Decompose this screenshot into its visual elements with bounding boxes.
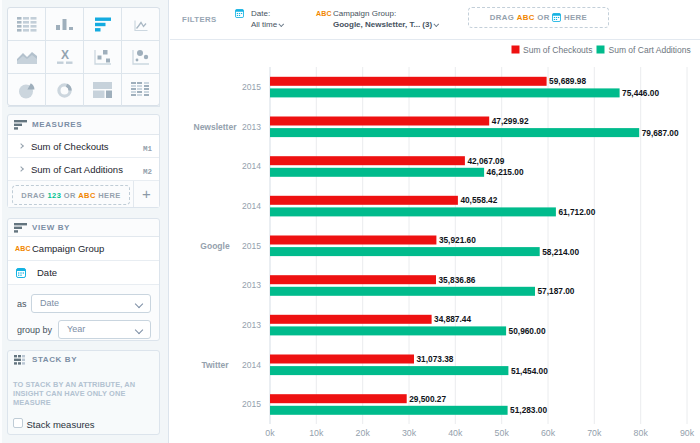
svg-text:Google: Google bbox=[200, 241, 230, 251]
svg-text:50,960.00: 50,960.00 bbox=[509, 326, 546, 336]
svg-text:79,687.00: 79,687.00 bbox=[642, 128, 679, 138]
svg-text:70k: 70k bbox=[587, 428, 602, 438]
svg-text:2014: 2014 bbox=[242, 201, 261, 211]
svg-text:90k: 90k bbox=[680, 428, 695, 438]
svg-text:2015: 2015 bbox=[242, 399, 261, 409]
svg-text:46,215.00: 46,215.00 bbox=[487, 167, 524, 177]
svg-text:30k: 30k bbox=[402, 428, 417, 438]
svg-text:51,454.00: 51,454.00 bbox=[511, 366, 548, 376]
svg-text:80k: 80k bbox=[634, 428, 649, 438]
svg-text:42,067.09: 42,067.09 bbox=[467, 156, 504, 166]
svg-text:59,689.98: 59,689.98 bbox=[549, 76, 586, 86]
svg-text:Sum of Cart Additions: Sum of Cart Additions bbox=[609, 45, 691, 55]
svg-text:2013: 2013 bbox=[242, 280, 261, 290]
svg-text:40,558.42: 40,558.42 bbox=[460, 195, 497, 205]
svg-text:Sum of Checkouts: Sum of Checkouts bbox=[523, 45, 592, 55]
svg-text:31,073.38: 31,073.38 bbox=[417, 354, 454, 364]
svg-text:10k: 10k bbox=[309, 428, 324, 438]
svg-text:40k: 40k bbox=[448, 428, 463, 438]
svg-text:60k: 60k bbox=[541, 428, 556, 438]
svg-text:75,446.00: 75,446.00 bbox=[622, 88, 659, 98]
svg-text:29,500.27: 29,500.27 bbox=[409, 394, 446, 404]
svg-text:Twitter: Twitter bbox=[201, 360, 229, 370]
svg-text:34,887.44: 34,887.44 bbox=[434, 314, 471, 324]
svg-text:61,712.00: 61,712.00 bbox=[558, 207, 595, 217]
svg-text:58,214.00: 58,214.00 bbox=[542, 247, 579, 257]
svg-text:20k: 20k bbox=[356, 428, 371, 438]
svg-text:2014: 2014 bbox=[242, 360, 261, 370]
svg-text:47,299.92: 47,299.92 bbox=[492, 116, 529, 126]
svg-text:2015: 2015 bbox=[242, 82, 261, 92]
svg-text:Newsletter: Newsletter bbox=[194, 122, 238, 132]
svg-text:35,921.60: 35,921.60 bbox=[439, 235, 476, 245]
svg-text:51,283.00: 51,283.00 bbox=[510, 405, 547, 415]
svg-text:57,187.00: 57,187.00 bbox=[538, 286, 575, 296]
svg-text:2014: 2014 bbox=[242, 161, 261, 171]
svg-text:2015: 2015 bbox=[242, 241, 261, 251]
svg-text:2013: 2013 bbox=[242, 122, 261, 132]
svg-text:2013: 2013 bbox=[242, 320, 261, 330]
svg-text:50k: 50k bbox=[495, 428, 510, 438]
svg-text:0k: 0k bbox=[265, 428, 275, 438]
svg-text:35,836.86: 35,836.86 bbox=[439, 275, 476, 285]
